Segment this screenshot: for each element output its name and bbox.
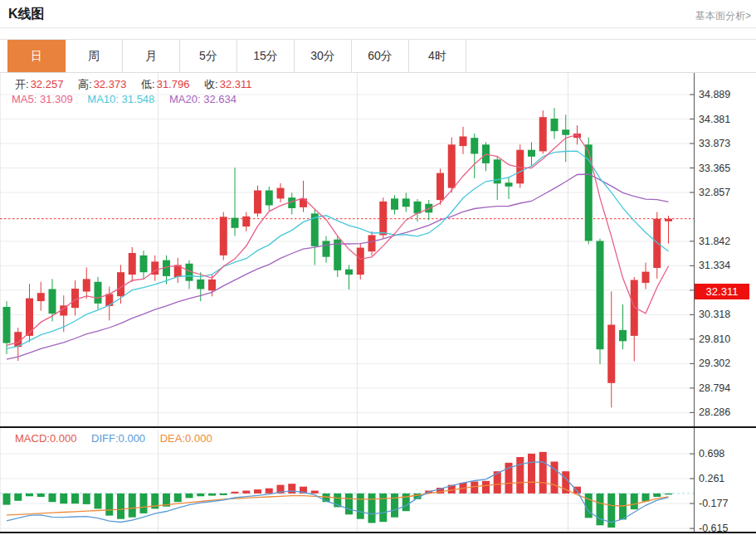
price-axis-label: 28.286 — [699, 406, 730, 418]
dea-value-legend: DEA:0.000 — [160, 432, 212, 445]
price-axis-label: 29.810 — [699, 333, 730, 345]
header-divider — [0, 27, 756, 28]
macd-axis-label: -0.177 — [699, 498, 728, 509]
macd-legend: MACD:0.000 DIFF:0.000 DEA:0.000 — [15, 432, 224, 445]
period-tab-bar: 日周月5分15分30分60分4时 — [0, 39, 756, 73]
tab-30min[interactable]: 30分 — [295, 40, 352, 72]
price-axis-label: 31.842 — [699, 236, 730, 247]
tab-15min[interactable]: 15分 — [237, 40, 295, 72]
price-axis-label: 29.302 — [699, 357, 730, 369]
price-axis-label: 28.794 — [699, 382, 730, 394]
ohlc-legend: 开:32.257 高:32.373 低:31.796 收:32.311 — [15, 77, 263, 92]
low-label: 低: — [141, 78, 155, 90]
close-value: 32.311 — [220, 78, 252, 90]
tab-5min[interactable]: 5分 — [180, 40, 237, 72]
high-value: 32.373 — [94, 78, 127, 90]
price-axis-label: 30.318 — [699, 309, 730, 320]
price-axis-label: 33.365 — [699, 163, 730, 174]
price-axis-label: 31.334 — [699, 260, 730, 271]
kline-chart-canvas: 34.88934.38133.87333.36532.85731.84231.3… — [0, 73, 756, 535]
tab-day[interactable]: 日 — [7, 40, 66, 72]
current-price-badge: 32.311 — [695, 284, 749, 299]
price-axis-label: 32.857 — [699, 187, 730, 198]
close-label: 收: — [204, 78, 218, 90]
main-chart-plot[interactable] — [0, 73, 694, 426]
kline-chart-area: 34.88934.38133.87333.36532.85731.84231.3… — [0, 73, 756, 535]
macd-axis-label: 0.698 — [699, 448, 724, 460]
macd-value-legend: MACD:0.000 — [15, 432, 76, 445]
macd-axis-label: 0.261 — [699, 473, 724, 484]
price-axis-label: 34.381 — [699, 114, 730, 125]
tab-4hour[interactable]: 4时 — [409, 40, 466, 72]
ma5-legend: MA5: 31.309 — [12, 93, 73, 105]
fundamental-analysis-link[interactable]: 基本面分析> — [695, 9, 751, 23]
open-label: 开: — [15, 78, 29, 90]
page-title: K线图 — [8, 6, 45, 23]
ma-legend: MA5: 31.309 MA10: 31.548 MA20: 32.634 — [12, 93, 248, 105]
ma20-legend: MA20: 32.634 — [169, 93, 237, 105]
tab-60min[interactable]: 60分 — [352, 40, 409, 72]
high-label: 高: — [78, 78, 92, 90]
tab-week[interactable]: 周 — [66, 40, 123, 72]
price-axis-label: 33.873 — [699, 138, 730, 149]
ma10-legend: MA10: 31.548 — [87, 93, 154, 105]
tab-month[interactable]: 月 — [123, 40, 180, 72]
diff-value-legend: DIFF:0.000 — [91, 432, 145, 445]
price-axis-label: 34.889 — [699, 89, 730, 100]
low-value: 31.796 — [157, 78, 190, 90]
open-value: 32.257 — [31, 78, 64, 90]
